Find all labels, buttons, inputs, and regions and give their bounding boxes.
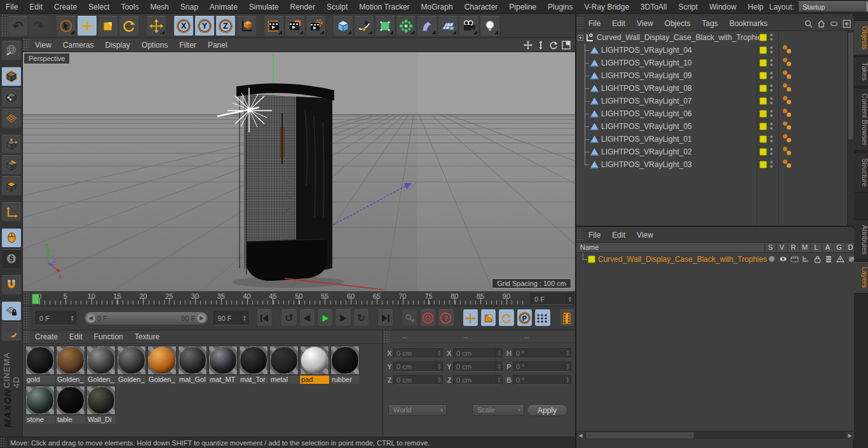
viewport-canvas[interactable]: Perspective Grid Spacing : 100 cm xyxy=(23,52,575,291)
menu-item-mesh[interactable]: Mesh xyxy=(144,0,174,14)
layer-color-chip[interactable] xyxy=(759,123,767,130)
timeline-scrubber[interactable] xyxy=(32,294,39,304)
layout-dropdown[interactable]: Startup ▼ xyxy=(798,1,868,12)
scale-dropdown[interactable]: Scale ▼ xyxy=(472,404,524,416)
material-thumbnail[interactable] xyxy=(117,346,146,375)
material-thumbnail[interactable] xyxy=(25,346,55,375)
frame-spinner[interactable]: 0 F ▲▼ xyxy=(36,311,76,325)
render-settings-button[interactable] xyxy=(306,16,326,36)
space-dropdown[interactable]: World ▼ xyxy=(388,404,447,416)
stepper-arrows-icon[interactable]: ▲▼ xyxy=(566,294,573,304)
material-thumbnail[interactable] xyxy=(147,346,177,375)
coordinate-field[interactable]: 0 °▲▼ xyxy=(513,348,571,358)
solo-icon[interactable] xyxy=(767,255,776,263)
key-parameter-button[interactable]: P xyxy=(517,309,532,327)
tab-objects[interactable]: Objects xyxy=(853,20,868,55)
render-view-button[interactable] xyxy=(264,16,284,36)
menu-item-tools[interactable]: Tools xyxy=(115,0,144,14)
view-visibility-icon[interactable] xyxy=(778,255,787,263)
menu-item-simulate[interactable]: Simulate xyxy=(243,0,285,14)
light-object-button[interactable] xyxy=(480,16,500,36)
coordinate-grip[interactable] xyxy=(383,330,390,343)
vray-light-tags-icon[interactable] xyxy=(783,45,794,55)
layer-color-chip[interactable] xyxy=(759,110,767,118)
zoom-view-icon[interactable] xyxy=(536,40,546,50)
menu-item-select[interactable]: Select xyxy=(83,0,115,14)
tab-attributes[interactable]: Attributes xyxy=(853,219,868,260)
object-row-root[interactable]: Curved_Wall_Display_Case_Black_with_Trop… xyxy=(576,31,854,44)
spline-pen-button[interactable] xyxy=(354,16,374,36)
render-visibility-icon[interactable] xyxy=(790,255,799,263)
material-thumbnail[interactable] xyxy=(25,386,55,415)
layer-object-row[interactable]: Curved_Wall_Display_Case_Black_with_Trop… xyxy=(576,253,854,265)
layer-color-chip[interactable] xyxy=(759,161,767,168)
menu-item-v-ray-bridge[interactable]: V-Ray Bridge xyxy=(578,0,635,14)
range-left-arrow-icon[interactable]: ◀ xyxy=(86,314,95,323)
coordinate-field[interactable]: 0 cm▲▼ xyxy=(453,362,503,372)
floor-object-button[interactable] xyxy=(438,16,458,36)
object-row-light[interactable]: LIGHTPOS_VRayLight_04 xyxy=(576,44,854,57)
key-position-button[interactable] xyxy=(463,309,478,327)
material-item[interactable]: mat_Tor xyxy=(239,346,268,384)
scroll-right-icon[interactable]: ▶ xyxy=(846,431,854,439)
vray-light-tags-icon[interactable] xyxy=(783,71,794,81)
rotate-tool-button[interactable] xyxy=(119,16,139,36)
object-row-light[interactable]: LIGHTPOS_VRayLight_09 xyxy=(576,69,854,82)
goto-end-button[interactable] xyxy=(377,309,393,327)
visibility-dots-icon[interactable] xyxy=(770,84,773,93)
material-thumbnail[interactable] xyxy=(56,346,85,375)
stepper-arrows-icon[interactable]: ▲▼ xyxy=(496,349,502,358)
menu-item-script[interactable]: Script xyxy=(672,0,703,14)
menu-item-character[interactable]: Character xyxy=(459,0,504,14)
menu-item-help[interactable]: Help xyxy=(742,0,770,14)
layer-color-chip[interactable] xyxy=(588,255,595,263)
axis-mode-button[interactable] xyxy=(1,202,22,222)
object-manager-scrollbar[interactable] xyxy=(847,31,854,226)
menu-item-tags[interactable]: Tags xyxy=(696,17,724,31)
camera-object-button[interactable] xyxy=(459,16,479,36)
material-item[interactable]: Wall_Di xyxy=(86,386,116,424)
texture-mode-button[interactable] xyxy=(1,88,22,107)
menu-item-render[interactable]: Render xyxy=(285,0,321,14)
material-item[interactable]: Golden_ xyxy=(117,346,146,384)
layer-color-chip[interactable] xyxy=(759,85,767,92)
scroll-track[interactable] xyxy=(585,431,846,439)
vray-light-tags-icon[interactable] xyxy=(783,96,794,106)
key-scale-button[interactable] xyxy=(480,309,496,327)
visibility-dots-icon[interactable] xyxy=(770,97,773,105)
menu-item-filter[interactable]: Filter xyxy=(173,38,202,52)
timeline-ruler[interactable]: 051015202530354045505560657075808590 0 F… xyxy=(23,291,575,306)
menu-item-sculpt[interactable]: Sculpt xyxy=(321,0,353,14)
expand-icon[interactable] xyxy=(578,35,583,41)
object-row-light[interactable]: LIGHTPOS_VRayLight_02 xyxy=(576,146,854,158)
scale-tool-button[interactable] xyxy=(98,16,118,36)
subdivision-surface-button[interactable] xyxy=(375,16,395,36)
material-thumbnail[interactable] xyxy=(208,346,238,375)
material-thumbnail[interactable] xyxy=(178,346,207,375)
menu-item-panel[interactable]: Panel xyxy=(202,38,233,52)
menu-item-cameras[interactable]: Cameras xyxy=(57,38,100,52)
menu-item-edit[interactable]: Edit xyxy=(24,0,48,14)
tab-layers[interactable]: Layers xyxy=(853,261,868,294)
stepper-arrows-icon[interactable]: ▲▼ xyxy=(436,349,442,358)
render-picture-viewer-button[interactable] xyxy=(285,16,305,36)
array-generator-button[interactable] xyxy=(396,16,416,36)
visibility-dots-icon[interactable] xyxy=(770,58,773,67)
points-mode-button[interactable] xyxy=(1,135,22,154)
vray-light-tags-icon[interactable] xyxy=(783,147,794,157)
menu-item-file[interactable]: File xyxy=(583,17,606,31)
object-row-light[interactable]: LIGHTPOS_VRayLight_06 xyxy=(576,107,854,120)
layer-color-chip[interactable] xyxy=(759,148,767,156)
tab-structure[interactable]: Structure xyxy=(853,153,868,193)
menu-item-pipeline[interactable]: Pipeline xyxy=(503,0,542,14)
material-item[interactable]: Golden_ xyxy=(56,346,85,384)
workplane-auto-button[interactable] xyxy=(1,322,22,342)
next-frame-button[interactable] xyxy=(335,309,351,327)
goto-start-button[interactable] xyxy=(257,309,273,327)
material-item[interactable]: stone xyxy=(25,386,55,424)
prev-frame-button[interactable] xyxy=(299,309,315,327)
snap-toggle-button[interactable]: S xyxy=(1,249,22,269)
play-button[interactable] xyxy=(317,309,333,327)
stepper-arrows-icon[interactable]: ▲▼ xyxy=(564,362,571,371)
material-item[interactable]: mat_MT xyxy=(208,346,238,384)
